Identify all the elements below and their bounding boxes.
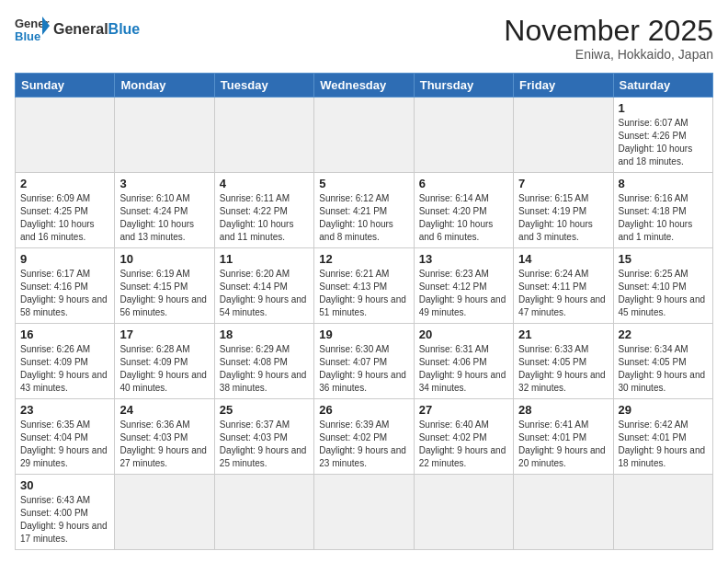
table-row bbox=[314, 98, 414, 173]
day-info: Sunrise: 6:21 AM Sunset: 4:13 PM Dayligh… bbox=[319, 268, 408, 319]
table-row: 19Sunrise: 6:30 AM Sunset: 4:07 PM Dayli… bbox=[314, 324, 414, 399]
day-number: 8 bbox=[619, 177, 708, 190]
table-row: 27Sunrise: 6:40 AM Sunset: 4:02 PM Dayli… bbox=[414, 399, 513, 475]
day-info: Sunrise: 6:36 AM Sunset: 4:03 PM Dayligh… bbox=[119, 419, 209, 470]
col-thursday: Thursday bbox=[414, 74, 513, 98]
day-info: Sunrise: 6:14 AM Sunset: 4:20 PM Dayligh… bbox=[419, 192, 508, 244]
day-number: 12 bbox=[319, 252, 408, 266]
calendar-week-row: 30Sunrise: 6:43 AM Sunset: 4:00 PM Dayli… bbox=[16, 475, 713, 550]
day-info: Sunrise: 6:17 AM Sunset: 4:16 PM Dayligh… bbox=[20, 268, 109, 319]
table-row bbox=[414, 475, 513, 550]
day-number: 1 bbox=[619, 101, 708, 115]
day-number: 26 bbox=[319, 403, 408, 417]
day-info: Sunrise: 6:15 AM Sunset: 4:19 PM Dayligh… bbox=[518, 192, 608, 244]
table-row: 8Sunrise: 6:16 AM Sunset: 4:18 PM Daylig… bbox=[613, 173, 712, 248]
day-info: Sunrise: 6:19 AM Sunset: 4:15 PM Dayligh… bbox=[119, 268, 209, 319]
day-info: Sunrise: 6:31 AM Sunset: 4:06 PM Dayligh… bbox=[419, 343, 508, 395]
month-title: November 2025 bbox=[504, 15, 713, 47]
table-row bbox=[16, 98, 115, 173]
calendar-week-row: 16Sunrise: 6:26 AM Sunset: 4:09 PM Dayli… bbox=[16, 324, 713, 399]
calendar-header-row: Sunday Monday Tuesday Wednesday Thursday… bbox=[16, 74, 713, 98]
table-row: 16Sunrise: 6:26 AM Sunset: 4:09 PM Dayli… bbox=[16, 324, 115, 399]
day-number: 10 bbox=[119, 252, 209, 266]
table-row: 14Sunrise: 6:24 AM Sunset: 4:11 PM Dayli… bbox=[514, 248, 613, 324]
logo-icon: General Blue bbox=[15, 15, 50, 44]
day-number: 27 bbox=[419, 403, 508, 417]
col-saturday: Saturday bbox=[613, 74, 712, 98]
table-row: 9Sunrise: 6:17 AM Sunset: 4:16 PM Daylig… bbox=[16, 248, 115, 324]
table-row: 20Sunrise: 6:31 AM Sunset: 4:06 PM Dayli… bbox=[414, 324, 513, 399]
day-info: Sunrise: 6:16 AM Sunset: 4:18 PM Dayligh… bbox=[619, 192, 708, 244]
day-info: Sunrise: 6:24 AM Sunset: 4:11 PM Dayligh… bbox=[518, 268, 608, 319]
day-info: Sunrise: 6:23 AM Sunset: 4:12 PM Dayligh… bbox=[419, 268, 508, 319]
day-info: Sunrise: 6:42 AM Sunset: 4:01 PM Dayligh… bbox=[619, 419, 708, 470]
table-row: 25Sunrise: 6:37 AM Sunset: 4:03 PM Dayli… bbox=[214, 399, 313, 475]
table-row: 28Sunrise: 6:41 AM Sunset: 4:01 PM Dayli… bbox=[514, 399, 613, 475]
table-row bbox=[514, 475, 613, 550]
day-info: Sunrise: 6:07 AM Sunset: 4:26 PM Dayligh… bbox=[619, 117, 708, 168]
day-number: 4 bbox=[220, 177, 309, 190]
table-row: 7Sunrise: 6:15 AM Sunset: 4:19 PM Daylig… bbox=[514, 173, 613, 248]
day-info: Sunrise: 6:09 AM Sunset: 4:25 PM Dayligh… bbox=[20, 192, 109, 244]
day-number: 21 bbox=[518, 327, 608, 341]
table-row: 6Sunrise: 6:14 AM Sunset: 4:20 PM Daylig… bbox=[414, 173, 513, 248]
svg-text:Blue: Blue bbox=[15, 29, 40, 43]
calendar: Sunday Monday Tuesday Wednesday Thursday… bbox=[15, 73, 713, 550]
day-number: 6 bbox=[419, 177, 508, 190]
day-number: 2 bbox=[20, 177, 109, 190]
day-info: Sunrise: 6:10 AM Sunset: 4:24 PM Dayligh… bbox=[119, 192, 209, 244]
day-info: Sunrise: 6:40 AM Sunset: 4:02 PM Dayligh… bbox=[419, 419, 508, 470]
calendar-week-row: 2Sunrise: 6:09 AM Sunset: 4:25 PM Daylig… bbox=[16, 173, 713, 248]
day-info: Sunrise: 6:43 AM Sunset: 4:00 PM Dayligh… bbox=[20, 494, 109, 546]
col-sunday: Sunday bbox=[16, 74, 115, 98]
day-info: Sunrise: 6:12 AM Sunset: 4:21 PM Dayligh… bbox=[319, 192, 408, 244]
day-info: Sunrise: 6:34 AM Sunset: 4:05 PM Dayligh… bbox=[619, 343, 708, 395]
day-number: 14 bbox=[518, 252, 608, 266]
day-info: Sunrise: 6:37 AM Sunset: 4:03 PM Dayligh… bbox=[220, 419, 309, 470]
table-row: 4Sunrise: 6:11 AM Sunset: 4:22 PM Daylig… bbox=[214, 173, 313, 248]
day-info: Sunrise: 6:41 AM Sunset: 4:01 PM Dayligh… bbox=[518, 419, 608, 470]
table-row: 21Sunrise: 6:33 AM Sunset: 4:05 PM Dayli… bbox=[514, 324, 613, 399]
calendar-week-row: 9Sunrise: 6:17 AM Sunset: 4:16 PM Daylig… bbox=[16, 248, 713, 324]
day-number: 29 bbox=[619, 403, 708, 417]
day-info: Sunrise: 6:26 AM Sunset: 4:09 PM Dayligh… bbox=[20, 343, 109, 395]
table-row: 18Sunrise: 6:29 AM Sunset: 4:08 PM Dayli… bbox=[214, 324, 313, 399]
day-info: Sunrise: 6:39 AM Sunset: 4:02 PM Dayligh… bbox=[319, 419, 408, 470]
table-row: 17Sunrise: 6:28 AM Sunset: 4:09 PM Dayli… bbox=[115, 324, 214, 399]
day-info: Sunrise: 6:33 AM Sunset: 4:05 PM Dayligh… bbox=[518, 343, 608, 395]
logo: General Blue GeneralBlue bbox=[15, 15, 140, 44]
day-number: 16 bbox=[20, 327, 109, 341]
col-monday: Monday bbox=[115, 74, 214, 98]
table-row bbox=[214, 98, 313, 173]
page-header: General Blue GeneralBlue November 2025 E… bbox=[15, 15, 713, 62]
day-info: Sunrise: 6:25 AM Sunset: 4:10 PM Dayligh… bbox=[619, 268, 708, 319]
calendar-week-row: 23Sunrise: 6:35 AM Sunset: 4:04 PM Dayli… bbox=[16, 399, 713, 475]
table-row: 30Sunrise: 6:43 AM Sunset: 4:00 PM Dayli… bbox=[16, 475, 115, 550]
day-number: 28 bbox=[518, 403, 608, 417]
table-row: 11Sunrise: 6:20 AM Sunset: 4:14 PM Dayli… bbox=[214, 248, 313, 324]
day-number: 25 bbox=[220, 403, 309, 417]
table-row: 24Sunrise: 6:36 AM Sunset: 4:03 PM Dayli… bbox=[115, 399, 214, 475]
col-tuesday: Tuesday bbox=[214, 74, 313, 98]
table-row bbox=[214, 475, 313, 550]
location: Eniwa, Hokkaido, Japan bbox=[504, 47, 713, 62]
col-friday: Friday bbox=[514, 74, 613, 98]
day-number: 11 bbox=[220, 252, 309, 266]
table-row: 10Sunrise: 6:19 AM Sunset: 4:15 PM Dayli… bbox=[115, 248, 214, 324]
table-row: 22Sunrise: 6:34 AM Sunset: 4:05 PM Dayli… bbox=[613, 324, 712, 399]
day-number: 13 bbox=[419, 252, 508, 266]
table-row: 26Sunrise: 6:39 AM Sunset: 4:02 PM Dayli… bbox=[314, 399, 414, 475]
day-number: 5 bbox=[319, 177, 408, 190]
day-info: Sunrise: 6:11 AM Sunset: 4:22 PM Dayligh… bbox=[220, 192, 309, 244]
day-number: 23 bbox=[20, 403, 109, 417]
table-row: 12Sunrise: 6:21 AM Sunset: 4:13 PM Dayli… bbox=[314, 248, 414, 324]
day-number: 15 bbox=[619, 252, 708, 266]
day-number: 22 bbox=[619, 327, 708, 341]
table-row: 15Sunrise: 6:25 AM Sunset: 4:10 PM Dayli… bbox=[613, 248, 712, 324]
table-row bbox=[115, 98, 214, 173]
table-row: 1Sunrise: 6:07 AM Sunset: 4:26 PM Daylig… bbox=[613, 98, 712, 173]
table-row bbox=[115, 475, 214, 550]
day-number: 20 bbox=[419, 327, 508, 341]
day-info: Sunrise: 6:29 AM Sunset: 4:08 PM Dayligh… bbox=[220, 343, 309, 395]
logo-text: GeneralBlue bbox=[53, 21, 140, 38]
